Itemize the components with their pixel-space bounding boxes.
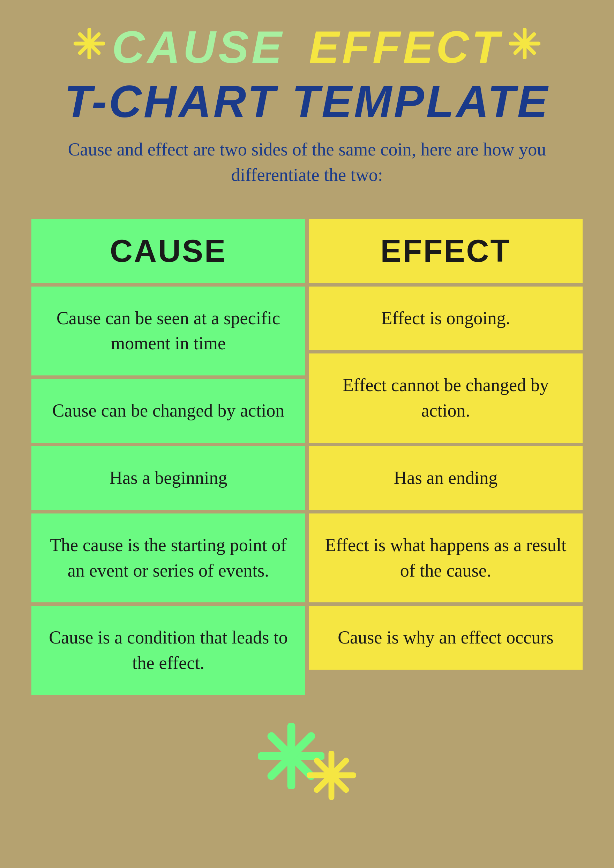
title-line1: CAUSE EFFECT	[28, 21, 586, 73]
star-left-icon	[74, 28, 105, 67]
cause-column: Cause can be seen at a specific moment i…	[31, 287, 305, 695]
cause-row-4: Cause is a condition that leads to the e…	[31, 606, 305, 695]
cause-row-3: The cause is the starting point of an ev…	[31, 513, 305, 603]
cause-row-0: Cause can be seen at a specific moment i…	[31, 287, 305, 376]
star-right-icon	[509, 28, 540, 67]
effect-row-2: Has an ending	[309, 446, 583, 510]
cause-row-2: Has a beginning	[31, 446, 305, 510]
t-chart: CAUSE EFFECT Cause can be seen at a spec…	[31, 219, 583, 695]
title-line2: T-CHART TEMPLATE	[28, 77, 586, 127]
subtitle: Cause and effect are two sides of the sa…	[28, 137, 586, 188]
effect-header: EFFECT	[309, 219, 583, 283]
header-section: CAUSE EFFECT T-CHART TEMPLATE Cause and …	[28, 21, 586, 205]
bottom-star-yellow-icon	[307, 751, 356, 801]
title-effect: EFFECT	[309, 21, 502, 73]
cause-header: CAUSE	[31, 219, 305, 283]
effect-row-3: Effect is what happens as a result of th…	[309, 513, 583, 603]
t-chart-body: Cause can be seen at a specific moment i…	[31, 287, 583, 695]
effect-row-0: Effect is ongoing.	[309, 287, 583, 350]
cause-row-1: Cause can be changed by action	[31, 379, 305, 443]
effect-row-1: Effect cannot be changed by action.	[309, 353, 583, 443]
bottom-decoration	[258, 723, 356, 790]
title-cause: CAUSE	[112, 21, 284, 73]
effect-row-4: Cause is why an effect occurs	[309, 606, 583, 670]
t-chart-header: CAUSE EFFECT	[31, 219, 583, 283]
effect-column: Effect is ongoing.Effect cannot be chang…	[309, 287, 583, 695]
